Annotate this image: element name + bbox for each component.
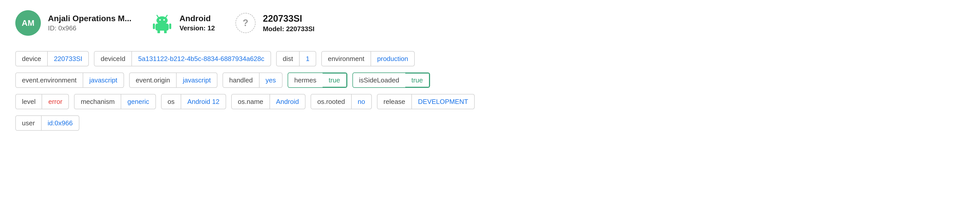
tag-value: 5a131122-b212-4b5c-8834-6887934a628c bbox=[131, 52, 270, 66]
user-name: Anjali Operations M... bbox=[48, 14, 131, 23]
tag-key: hermes bbox=[288, 73, 323, 87]
tags-row-1: event.environmentjavascriptevent.originj… bbox=[15, 73, 965, 88]
model-section: ? 220733SI Model: 220733SI bbox=[235, 13, 314, 33]
tag-value: id:0x966 bbox=[41, 116, 79, 130]
tag-value: 1 bbox=[299, 52, 315, 66]
tag-key: event.origin bbox=[130, 73, 176, 87]
svg-point-2 bbox=[156, 16, 168, 24]
android-icon bbox=[152, 13, 172, 33]
user-info: Anjali Operations M... ID: 0x966 bbox=[48, 14, 131, 32]
tags-row-2: levelerrormechanismgenericosAndroid 12os… bbox=[15, 94, 965, 109]
tag[interactable]: handledyes bbox=[223, 73, 283, 88]
tag-key: os bbox=[162, 94, 181, 109]
avatar: AM bbox=[15, 10, 41, 36]
tag-value: no bbox=[351, 94, 371, 109]
user-id: ID: 0x966 bbox=[48, 24, 131, 32]
tag[interactable]: hermestrue bbox=[288, 73, 347, 88]
tag[interactable]: isSideLoadedtrue bbox=[352, 73, 430, 88]
tag[interactable]: os.rootedno bbox=[310, 94, 372, 109]
tag[interactable]: device220733SI bbox=[15, 51, 89, 66]
tag-key: deviceId bbox=[94, 52, 131, 66]
svg-rect-7 bbox=[169, 24, 171, 29]
svg-point-3 bbox=[159, 19, 161, 21]
tag[interactable]: environmentproduction bbox=[321, 51, 415, 66]
tag[interactable]: event.environmentjavascript bbox=[15, 73, 124, 88]
tag[interactable]: deviceId5a131122-b212-4b5c-8834-6887934a… bbox=[94, 51, 271, 66]
tag-key: os.name bbox=[232, 94, 269, 109]
svg-rect-8 bbox=[158, 30, 160, 33]
tag-value: yes bbox=[259, 73, 282, 87]
platform-info: Android Version: 12 bbox=[180, 14, 215, 32]
tag-key: event.environment bbox=[16, 73, 83, 87]
tag-key: dist bbox=[277, 52, 299, 66]
tags-container: device220733SIdeviceId5a131122-b212-4b5c… bbox=[15, 51, 965, 131]
tag[interactable]: userid:0x966 bbox=[15, 115, 80, 131]
tag-key: user bbox=[16, 116, 41, 130]
tag-key: isSideLoaded bbox=[353, 73, 406, 87]
tag[interactable]: osAndroid 12 bbox=[161, 94, 226, 109]
tag[interactable]: event.originjavascript bbox=[129, 73, 218, 88]
tags-row-0: device220733SIdeviceId5a131122-b212-4b5c… bbox=[15, 51, 965, 66]
tag[interactable]: releaseDEVELOPMENT bbox=[377, 94, 475, 109]
tag-value: true bbox=[323, 73, 347, 87]
svg-rect-9 bbox=[164, 30, 167, 33]
platform-section: Android Version: 12 bbox=[152, 13, 215, 33]
tag-value: javascript bbox=[176, 73, 217, 87]
model-info: 220733SI Model: 220733SI bbox=[263, 13, 314, 33]
tag-value: Android bbox=[269, 94, 305, 109]
tag-value: error bbox=[41, 94, 68, 109]
tag-key: os.rooted bbox=[311, 94, 351, 109]
svg-point-4 bbox=[163, 19, 165, 21]
platform-version: Version: 12 bbox=[180, 24, 215, 32]
header: AM Anjali Operations M... ID: 0x966 bbox=[15, 10, 965, 36]
question-circle-icon: ? bbox=[235, 13, 256, 33]
tag-key: mechanism bbox=[75, 94, 121, 109]
tag[interactable]: dist1 bbox=[276, 51, 316, 66]
tag[interactable]: levelerror bbox=[15, 94, 69, 109]
tag-key: release bbox=[377, 94, 411, 109]
tags-row-3: userid:0x966 bbox=[15, 115, 965, 131]
tag-value: production bbox=[371, 52, 414, 66]
svg-rect-5 bbox=[156, 24, 169, 31]
model-detail: Model: 220733SI bbox=[263, 25, 314, 33]
tag-key: environment bbox=[322, 52, 371, 66]
tag-value: Android 12 bbox=[181, 94, 226, 109]
tag[interactable]: mechanismgeneric bbox=[74, 94, 156, 109]
platform-name: Android bbox=[180, 14, 215, 23]
user-section: AM Anjali Operations M... ID: 0x966 bbox=[15, 10, 131, 36]
tag-value: 220733SI bbox=[47, 52, 88, 66]
tag-key: device bbox=[16, 52, 47, 66]
tag-key: handled bbox=[223, 73, 259, 87]
tag-key: level bbox=[16, 94, 41, 109]
tag-value: true bbox=[405, 73, 430, 87]
svg-rect-6 bbox=[153, 24, 155, 29]
tag-value: generic bbox=[121, 94, 155, 109]
tag-value: javascript bbox=[83, 73, 124, 87]
model-id: 220733SI bbox=[263, 13, 314, 24]
tag[interactable]: os.nameAndroid bbox=[231, 94, 305, 109]
tag-value: DEVELOPMENT bbox=[411, 94, 474, 109]
